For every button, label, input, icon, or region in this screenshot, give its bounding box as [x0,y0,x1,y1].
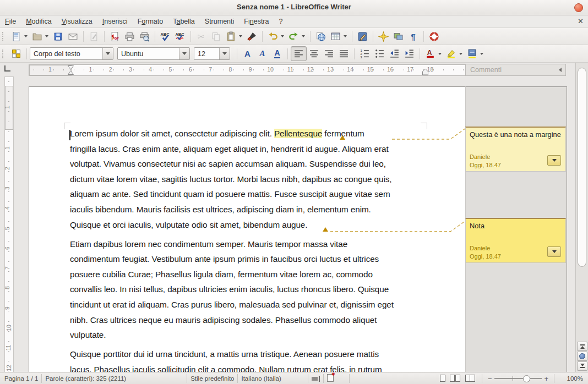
bold-button[interactable]: A [240,47,255,61]
margin-comment[interactable]: Nota Daniele Oggi, 18.47 [465,218,566,263]
paste-dropdown-icon[interactable] [239,35,242,37]
background-color-button[interactable] [465,47,480,61]
navigation-button[interactable] [577,352,587,361]
cut-button[interactable]: ✂ [194,30,209,43]
paragraph[interactable]: Etiam dapibus lorem nec condimentum semp… [70,239,394,345]
hyperlink-button[interactable] [313,30,328,43]
save-button[interactable] [51,30,66,43]
background-color-dropdown-icon[interactable] [480,53,483,55]
view-layout-multi-icon[interactable] [450,375,461,383]
bullet-list-button[interactable] [372,47,387,61]
combo-dropdown-icon[interactable] [179,48,189,59]
align-left-button[interactable] [291,46,307,61]
comment-menu-button[interactable] [547,155,561,166]
document-text[interactable]: Lorem ipsum dolor sit amet, consectetur … [70,129,394,372]
menu-finestra[interactable]: Finestra [239,17,274,26]
open-button[interactable] [30,30,45,43]
edit-file-button[interactable] [86,30,101,43]
navigator-button[interactable] [376,30,391,43]
page-number-status[interactable]: Pagina 1 / 1 [4,375,38,382]
paragraph-style-combo[interactable]: Corpo del testo [30,47,113,60]
document-modified-icon[interactable] [327,374,334,383]
send-email-button[interactable] [66,30,80,43]
new-document-button[interactable] [9,30,24,43]
print-preview-button[interactable] [137,30,152,43]
margin-comment[interactable]: Questa è una nota a margine Daniele Oggi… [465,127,566,172]
zoom-in-icon[interactable]: + [542,375,551,383]
gallery-button[interactable] [391,30,406,43]
tab-stop-selector-icon[interactable] [4,65,10,72]
scrollbar-thumb[interactable] [578,68,586,267]
numbered-list-button[interactable]: 123 [357,47,372,61]
previous-page-button[interactable] [577,342,587,351]
spelling-button[interactable]: ABC [158,30,173,43]
new-document-dropdown-icon[interactable] [24,35,28,37]
comment-anchor-icon[interactable] [340,135,345,140]
styles-button[interactable] [9,47,24,61]
menu-inserisci[interactable]: Inserisci [97,17,133,26]
toolbar-grip[interactable] [2,32,6,41]
copy-button[interactable] [209,30,224,43]
zoom-out-icon[interactable]: − [486,375,494,383]
next-page-button[interactable] [577,361,587,371]
page-style-status[interactable]: Stile predefinito [190,375,234,382]
redo-dropdown-icon[interactable] [302,35,305,37]
font-name-combo[interactable]: Ubuntu [117,47,190,60]
comment-anchor-icon[interactable] [323,227,328,232]
word-count-status[interactable]: Parole (caratteri): 325 (2211) [45,375,126,382]
help-button[interactable] [427,30,442,43]
zoom-level[interactable]: 100% [558,375,588,382]
font-color-dropdown-icon[interactable] [438,53,442,55]
menu-strumenti[interactable]: Strumenti [200,17,239,26]
auto-spellcheck-button[interactable]: ABC [173,30,188,43]
font-size-combo[interactable]: 12 [194,47,230,60]
paste-button[interactable] [224,30,238,43]
font-color-button[interactable]: A [423,47,438,61]
redo-button[interactable] [286,30,301,43]
combo-dropdown-icon[interactable] [219,48,230,59]
align-center-button[interactable] [307,47,322,61]
italic-button[interactable]: A [255,47,270,61]
comment-menu-button[interactable] [547,246,561,257]
horizontal-ruler[interactable]: 1123456789101112131415161718 [29,64,466,76]
export-pdf-button[interactable]: PDF [107,30,122,43]
menu-tabella[interactable]: Tabella [168,17,200,26]
language-status[interactable]: Italiano (Italia) [241,375,281,382]
window-close-button[interactable] [574,3,583,12]
comment-text[interactable]: Questa è una nota a margine [470,130,562,139]
insert-table-button[interactable] [328,30,343,43]
indent-marker-icon[interactable] [67,65,74,75]
zoom-slider[interactable]: − + [486,375,551,383]
undo-button[interactable] [265,30,280,43]
vertical-scrollbar[interactable] [575,63,588,372]
insert-table-dropdown-icon[interactable] [344,35,347,37]
comment-text[interactable]: Nota [470,222,562,230]
collapse-comments-icon[interactable] [559,68,562,72]
toolbar-grip[interactable] [2,50,6,58]
view-layout-single-icon[interactable] [440,375,445,383]
draw-functions-button[interactable] [355,30,370,43]
view-layout-book-icon[interactable] [465,375,475,383]
open-dropdown-icon[interactable] [45,35,48,37]
comments-ruler-button[interactable]: Commenti [465,64,566,76]
insert-mode-icon[interactable] [312,375,320,382]
formatting-marks-button[interactable]: ¶ [406,30,421,43]
clone-formatting-button[interactable] [244,30,259,43]
align-right-button[interactable] [322,47,336,61]
justify-button[interactable] [336,47,351,61]
print-button[interactable] [122,30,137,43]
decrease-indent-button[interactable] [387,47,402,61]
menu-[interactable]: ? [274,17,287,26]
menu-visualizza[interactable]: Visualizza [57,17,97,26]
paragraph[interactable]: Lorem ipsum dolor sit amet, consectetur … [70,129,394,235]
menu-formato[interactable]: Formato [133,17,168,26]
underline-button[interactable]: A [270,47,285,61]
highlighting-dropdown-icon[interactable] [459,53,462,55]
paragraph[interactable]: Quisque porttitor dui id urna tincidunt,… [70,349,394,372]
combo-dropdown-icon[interactable] [102,48,113,59]
undo-dropdown-icon[interactable] [281,35,284,37]
menu-modifica[interactable]: Modifica [21,17,57,26]
increase-indent-button[interactable] [402,47,417,61]
right-indent-marker-icon[interactable] [422,68,429,75]
zoom-slider-knob[interactable] [523,375,530,382]
